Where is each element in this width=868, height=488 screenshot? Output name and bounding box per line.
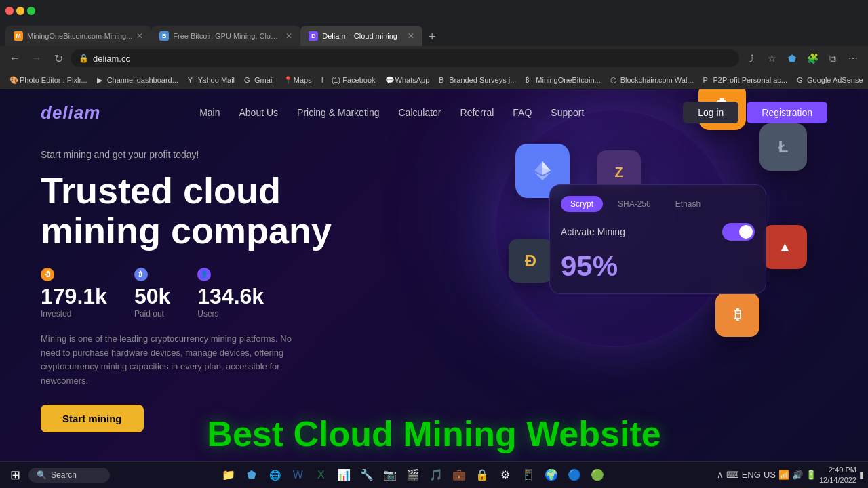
tab-2-close[interactable]: ✕ [285, 31, 292, 41]
refresh-button[interactable]: ↻ [49, 49, 68, 68]
site-logo: deliam [41, 102, 100, 123]
nav-faq[interactable]: FAQ [513, 107, 532, 118]
taskbar-app7[interactable]: 🔒 [471, 464, 493, 486]
show-desktop-icon[interactable]: ▮ [859, 470, 864, 480]
notification-icon[interactable]: ∧ [717, 470, 724, 480]
bookmark-channel[interactable]: ▶ Channel dashboard... [93, 75, 182, 85]
extension-icon[interactable]: 🧩 [803, 49, 822, 68]
taskbar-search[interactable]: 🔍 Search [28, 468, 110, 483]
bookmark-icon[interactable]: ☆ [762, 49, 781, 68]
menu-icon[interactable]: ⋯ [844, 49, 863, 68]
bookmark-yahoo[interactable]: Y Yahoo Mail [184, 75, 239, 85]
bookmark-label: Branded Surveys j... [449, 76, 516, 84]
bookmark-favicon: G [797, 76, 805, 84]
bookmark-favicon: 📍 [283, 76, 292, 84]
taskbar-system: ∧ ⌨ ENG US 📶 🔊 🔋 2:40 PM 12/14/2022 ▮ [717, 465, 864, 485]
tab-1-title: MiningOneBitcoin.com-Mining... [27, 32, 132, 40]
bookmark-label: Maps [294, 76, 312, 84]
share-icon[interactable]: ⤴ [742, 49, 761, 68]
taskbar-app12[interactable]: 🟢 [587, 464, 608, 486]
battery-icon[interactable]: 🔋 [806, 470, 816, 480]
nav-main[interactable]: Main [199, 107, 220, 118]
edge-icon[interactable]: ⬟ [783, 49, 802, 68]
bookmark-favicon: ⬡ [610, 76, 618, 84]
bookmark-label: P2Profit Personal ac... [713, 76, 787, 84]
back-button[interactable]: ← [5, 49, 24, 68]
windows-start-button[interactable]: ⊞ [4, 464, 26, 486]
taskbar-app3[interactable]: 📷 [379, 464, 401, 486]
bookmark-label: Blockchain.com Wal... [620, 76, 694, 84]
hero-section: Start mining and get your profit today! … [0, 136, 868, 432]
tab-2[interactable]: B Free Bitcoin GPU Mining, Cloud... ✕ [151, 26, 300, 46]
tab-1[interactable]: M MiningOneBitcoin.com-Mining... ✕ [5, 26, 151, 46]
taskbar-app10[interactable]: 🌍 [540, 464, 562, 486]
tab-bar: M MiningOneBitcoin.com-Mining... ✕ B Fre… [0, 22, 868, 46]
taskbar-app1[interactable]: 📊 [333, 464, 355, 486]
stat-invested-label: Invested [41, 309, 107, 319]
taskbar-word[interactable]: W [287, 464, 309, 486]
start-mining-button[interactable]: Start mining [41, 405, 144, 432]
hero-title-line1: Trusted cloud [41, 170, 281, 211]
taskbar-app11[interactable]: 🔵 [564, 464, 585, 486]
bookmark-gmail[interactable]: G Gmail [240, 75, 278, 85]
lang-indicator[interactable]: ENG [742, 470, 761, 480]
bookmark-label: Photo Editor : Pixlr... [20, 76, 87, 84]
forward-button[interactable]: → [27, 49, 46, 68]
bookmark-photo-editor[interactable]: 🎨 Photo Editor : Pixlr... [5, 75, 92, 85]
bookmark-mining[interactable]: ₿ MiningOneBitcoin... [521, 75, 604, 85]
bookmark-label: Channel dashboard... [107, 76, 178, 84]
bookmark-blockchain[interactable]: ⬡ Blockchain.com Wal... [606, 75, 698, 85]
search-label: Search [51, 470, 77, 480]
register-button[interactable]: Registration [747, 102, 827, 123]
stat-invested-value: 179.1k [41, 284, 107, 309]
bookmark-adsense[interactable]: G Google AdSense [793, 75, 867, 85]
taskbar-edge[interactable]: ⬟ [241, 464, 262, 486]
bookmark-favicon: P [703, 76, 711, 84]
bookmark-whatsapp[interactable]: 💬 WhatsApp [381, 75, 434, 85]
title-bar [0, 0, 868, 22]
speaker-icon[interactable]: 🔊 [792, 470, 803, 480]
taskbar-chrome[interactable]: 🌐 [264, 464, 285, 486]
tab-1-close[interactable]: ✕ [136, 31, 143, 41]
keyboard-icon[interactable]: ⌨ [726, 470, 739, 480]
tab-3[interactable]: D Deliam – Cloud mining ✕ [300, 26, 422, 46]
system-date: 12/14/2022 [819, 475, 856, 485]
new-tab-button[interactable]: + [422, 27, 441, 46]
taskbar-items: 📁 ⬟ 🌐 W X 📊 🔧 📷 🎬 🎵 💼 🔒 ⚙ 📱 🌍 🔵 🟢 [113, 464, 714, 486]
bookmark-branded[interactable]: B Branded Surveys j... [435, 75, 520, 85]
tab-3-title: Deliam – Cloud mining [322, 32, 403, 40]
system-clock[interactable]: 2:40 PM 12/14/2022 [819, 465, 856, 485]
tab-3-close[interactable]: ✕ [408, 31, 414, 41]
taskbar-app5[interactable]: 🎵 [425, 464, 447, 486]
taskbar-excel[interactable]: X [310, 464, 332, 486]
nav-links: Main About Us Pricing & Marketing Calcul… [199, 107, 584, 118]
taskbar-app8[interactable]: ⚙ [494, 464, 516, 486]
bookmark-favicon: 🎨 [9, 76, 18, 84]
login-button[interactable]: Log in [683, 102, 738, 123]
nav-calculator[interactable]: Calculator [398, 107, 441, 118]
taskbar-app4[interactable]: 🎬 [402, 464, 424, 486]
bookmark-favicon: Y [188, 76, 196, 84]
wifi-icon[interactable]: 📶 [778, 470, 789, 480]
stat-users-label: Users [197, 309, 264, 319]
nav-referral[interactable]: Referral [460, 107, 494, 118]
taskbar-app9[interactable]: 📱 [517, 464, 539, 486]
stat-eth-icon: ₿ [134, 268, 148, 281]
bookmark-favicon: G [244, 76, 252, 84]
taskbar-app6[interactable]: 💼 [448, 464, 470, 486]
taskbar-app2[interactable]: 🔧 [356, 464, 378, 486]
bookmark-facebook[interactable]: f (1) Facebook [317, 75, 380, 85]
split-icon[interactable]: ⧉ [823, 49, 842, 68]
bookmark-maps[interactable]: 📍 Maps [279, 75, 316, 85]
address-box[interactable]: 🔒 deliam.cc [71, 49, 739, 67]
bookmark-label: WhatsApp [395, 76, 430, 84]
hero-title-line2: mining company [41, 210, 332, 251]
bookmark-p2profit[interactable]: P P2Profit Personal ac... [699, 75, 791, 85]
nav-about[interactable]: About Us [239, 107, 279, 118]
nav-support[interactable]: Support [551, 107, 584, 118]
nav-pricing[interactable]: Pricing & Marketing [297, 107, 379, 118]
taskbar-file-explorer[interactable]: 📁 [218, 464, 239, 486]
stats-row: -₿ 179.1k Invested ₿ 50k Paid out 👤 134.… [41, 268, 827, 319]
stat-paidout-label: Paid out [134, 309, 170, 319]
stat-user-icon: 👤 [197, 268, 211, 281]
